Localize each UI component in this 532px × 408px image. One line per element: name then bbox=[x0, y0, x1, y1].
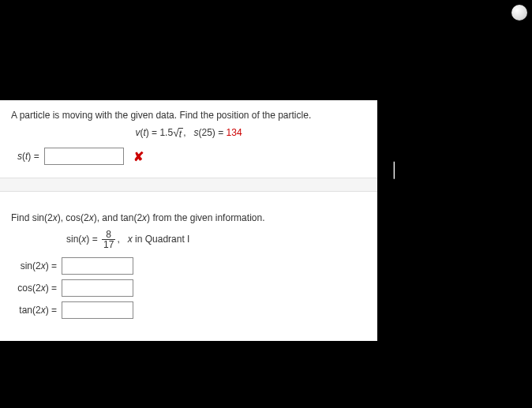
q2-sin-input[interactable] bbox=[62, 257, 133, 275]
q1-initial-value: 134 bbox=[227, 127, 242, 138]
q2-tan-label: tan(2x) = bbox=[11, 305, 57, 316]
q2-cos-input[interactable] bbox=[62, 279, 133, 297]
fraction: 817 bbox=[102, 230, 115, 249]
incorrect-icon: ✘ bbox=[133, 149, 144, 164]
status-indicator bbox=[511, 5, 527, 21]
text-cursor-icon: │ bbox=[389, 163, 399, 177]
q2-cos-label: cos(2x) = bbox=[11, 283, 57, 294]
q2-sin-label: sin(2x) = bbox=[11, 260, 57, 271]
question-1: A particle is moving with the given data… bbox=[0, 100, 377, 171]
q2-cos-row: cos(2x) = bbox=[11, 279, 366, 297]
q2-tan-row: tan(2x) = bbox=[11, 301, 366, 319]
question-divider bbox=[0, 178, 377, 192]
q1-given: v(t) = 1.5√t, s(25) = 134 bbox=[11, 127, 366, 140]
q1-answer-row: s(t) = ✘ bbox=[11, 148, 366, 165]
q2-tan-input[interactable] bbox=[62, 301, 133, 319]
q2-prompt: Find sin(2x), cos(2x), and tan(2x) from … bbox=[11, 211, 366, 225]
q2-given: sin(x) = 817, x in Quadrant I bbox=[11, 230, 366, 249]
worksheet-panel: A particle is moving with the given data… bbox=[0, 100, 377, 341]
question-2: Find sin(2x), cos(2x), and tan(2x) from … bbox=[0, 203, 377, 325]
sqrt-icon: √t bbox=[173, 127, 183, 140]
q2-sin-row: sin(2x) = bbox=[11, 257, 366, 275]
q1-answer-label: s(t) = bbox=[17, 151, 39, 162]
q1-answer-input[interactable] bbox=[44, 148, 124, 165]
q1-prompt: A particle is moving with the given data… bbox=[11, 108, 366, 122]
